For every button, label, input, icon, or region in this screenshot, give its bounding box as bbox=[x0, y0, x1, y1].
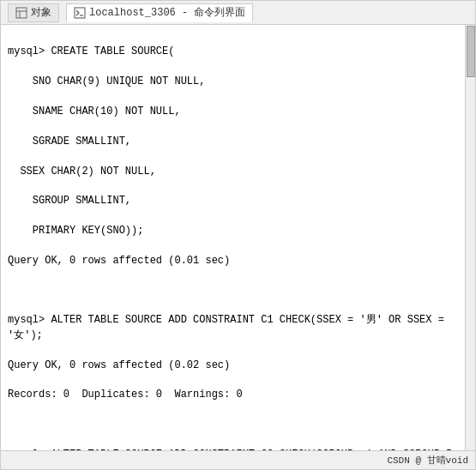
line-9 bbox=[8, 284, 458, 298]
terminal-output[interactable]: mysql> CREATE TABLE SOURCE( SNO CHAR(9) … bbox=[1, 25, 465, 450]
title-bar: 对象 localhost_3306 - 命令列界面 bbox=[1, 1, 475, 25]
line-12: Records: 0 Duplicates: 0 Warnings: 0 bbox=[8, 388, 458, 402]
content-area: mysql> CREATE TABLE SOURCE( SNO CHAR(9) … bbox=[1, 25, 475, 450]
line-13 bbox=[8, 418, 458, 432]
main-window: 对象 localhost_3306 - 命令列界面 mysql> CREATE … bbox=[0, 0, 476, 470]
table-icon bbox=[15, 7, 27, 19]
tab-objects[interactable]: 对象 bbox=[8, 3, 59, 22]
svg-rect-3 bbox=[75, 8, 85, 18]
terminal-icon bbox=[74, 7, 86, 19]
line-10: mysql> ALTER TABLE SOURCE ADD CONSTRAINT… bbox=[8, 313, 458, 343]
line-14: mysql> ALTER TABLE SOURCE ADD CONSTRAINT… bbox=[8, 448, 458, 450]
tab-objects-label: 对象 bbox=[31, 5, 51, 20]
line-8: Query OK, 0 rows affected (0.01 sec) bbox=[8, 254, 458, 268]
line-11: Query OK, 0 rows affected (0.02 sec) bbox=[8, 359, 458, 373]
scrollbar-thumb[interactable] bbox=[467, 26, 475, 77]
line-1: mysql> CREATE TABLE SOURCE( bbox=[8, 45, 458, 59]
tab-terminal-label: localhost_3306 - 命令列界面 bbox=[89, 5, 245, 20]
line-2: SNO CHAR(9) UNIQUE NOT NULL, bbox=[8, 75, 458, 89]
line-3: SNAME CHAR(10) NOT NULL, bbox=[8, 105, 458, 119]
line-4: SGRADE SMALLINT, bbox=[8, 135, 458, 149]
line-6: SGROUP SMALLINT, bbox=[8, 194, 458, 208]
tab-terminal[interactable]: localhost_3306 - 命令列界面 bbox=[66, 3, 253, 22]
footer-text: CSDN @ 甘晴void bbox=[387, 454, 468, 467]
line-7: PRIMARY KEY(SNO)); bbox=[8, 224, 458, 238]
scrollbar[interactable] bbox=[465, 25, 475, 450]
svg-rect-0 bbox=[16, 8, 27, 18]
footer-bar: CSDN @ 甘晴void bbox=[1, 450, 475, 469]
line-5: SSEX CHAR(2) NOT NULL, bbox=[8, 165, 458, 179]
